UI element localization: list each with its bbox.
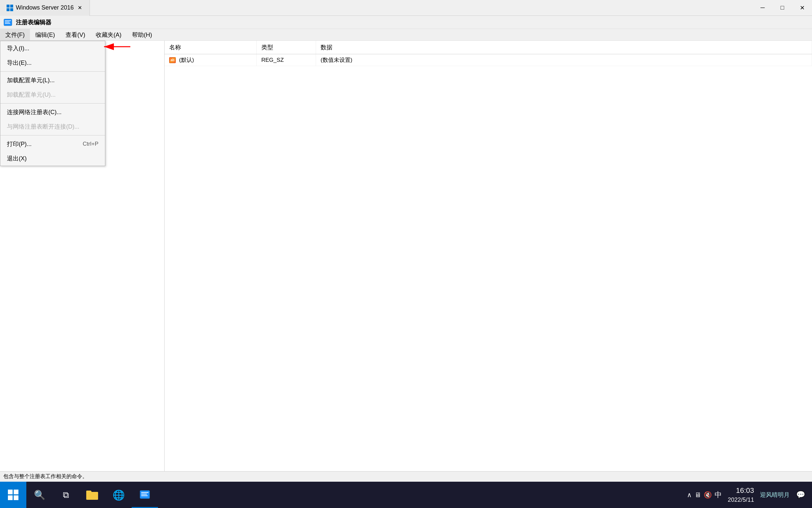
- menu-exit[interactable]: 退出(X): [0, 151, 105, 166]
- taskbar-clock[interactable]: 16:03 2022/5/11: [725, 485, 757, 504]
- svg-rect-5: [5, 20, 11, 21]
- clock-time: 16:03: [728, 485, 754, 496]
- menu-edit[interactable]: 编辑(E): [30, 29, 60, 41]
- menu-connect-network[interactable]: 连接网络注册表(C)...: [0, 105, 105, 119]
- svg-rect-2: [7, 8, 9, 11]
- tray-weather[interactable]: 迎风晴明月: [760, 491, 789, 499]
- registry-value-icon: ab: [169, 57, 176, 63]
- cell-data: (数值未设置): [316, 54, 812, 66]
- weather-label: 迎风晴明月: [760, 491, 789, 499]
- menu-separator-2: [0, 103, 105, 103]
- tray-volume[interactable]: 🔇: [704, 491, 712, 499]
- svg-rect-10: [8, 490, 12, 494]
- folder-icon: [86, 490, 98, 500]
- app-title: 注册表编辑器: [16, 18, 51, 26]
- main-content: 名称 类型 数据 ab (默认) REG_SZ (数值未: [0, 41, 812, 471]
- menu-view[interactable]: 查看(V): [60, 29, 90, 41]
- minimize-button[interactable]: ─: [753, 0, 773, 16]
- tray-ime[interactable]: 中: [714, 490, 722, 500]
- menu-unload-hive: 卸载配置单元(U)...: [0, 87, 105, 102]
- app-header: 注册表编辑器: [0, 16, 812, 29]
- svg-rect-12: [8, 496, 12, 500]
- col-header-data: 数据: [316, 41, 812, 54]
- taskbar-notification-button[interactable]: 💬: [792, 482, 809, 508]
- taskbar-task-view-button[interactable]: ⧉: [53, 482, 79, 508]
- file-dropdown-menu: 导入(I)... 导出(E)... 加载配置单元(L)... 卸载配置单元(U)…: [0, 41, 105, 166]
- regedit-icon: [3, 18, 12, 27]
- taskbar-regedit-button[interactable]: [132, 482, 158, 508]
- col-header-name: 名称: [164, 41, 257, 54]
- svg-rect-15: [141, 492, 148, 493]
- tray-overflow[interactable]: ∧: [687, 491, 692, 499]
- registry-values-panel: 名称 类型 数据 ab (默认) REG_SZ (数值未: [164, 41, 812, 471]
- status-text: 包含与整个注册表工作相关的命令。: [3, 473, 87, 480]
- menu-load-hive[interactable]: 加载配置单元(L)...: [0, 73, 105, 87]
- start-button[interactable]: [0, 482, 26, 508]
- title-bar: Windows Server 2016 ✕ ─ □ ✕: [0, 0, 812, 16]
- taskbar-search-button[interactable]: 🔍: [26, 482, 53, 508]
- menu-help[interactable]: 帮助(H): [127, 29, 157, 41]
- menu-export[interactable]: 导出(E)...: [0, 55, 105, 70]
- svg-rect-16: [141, 494, 147, 494]
- table-row[interactable]: ab (默认) REG_SZ (数值未设置): [164, 54, 812, 66]
- close-button[interactable]: ✕: [792, 0, 812, 16]
- tab-close-button[interactable]: ✕: [76, 5, 83, 11]
- menu-file[interactable]: 文件(F): [0, 29, 30, 41]
- taskbar: 🔍 ⧉ 🌐 ∧ 🖥 🔇 中: [0, 482, 812, 508]
- windows-logo-icon: [7, 5, 13, 11]
- taskbar-tray: ∧ 🖥 🔇 中 16:03 2022/5/11 迎风晴明月 💬: [687, 482, 812, 508]
- menu-separator-1: [0, 71, 105, 72]
- svg-rect-0: [7, 5, 9, 8]
- title-bar-controls: ─ □ ✕: [753, 0, 812, 16]
- cell-name: ab (默认): [164, 54, 257, 66]
- svg-rect-17: [141, 495, 148, 496]
- svg-rect-3: [10, 8, 13, 11]
- svg-rect-13: [14, 496, 18, 500]
- table-header: 名称 类型 数据: [164, 41, 812, 54]
- menu-bar: 文件(F) 编辑(E) 查看(V) 收藏夹(A) 帮助(H) 导入(I)... …: [0, 29, 812, 41]
- maximize-button[interactable]: □: [773, 0, 792, 16]
- svg-rect-6: [5, 22, 9, 23]
- title-bar-tab[interactable]: Windows Server 2016 ✕: [0, 0, 90, 16]
- taskbar-ie-button[interactable]: 🌐: [105, 482, 132, 508]
- cell-type: REG_SZ: [257, 54, 316, 66]
- main-window: Windows Server 2016 ✕ ─ □ ✕ 注册表编辑器 文件(F)…: [0, 0, 812, 482]
- svg-rect-11: [14, 490, 18, 494]
- col-header-type: 类型: [257, 41, 316, 54]
- svg-rect-7: [5, 23, 10, 24]
- taskbar-file-explorer-button[interactable]: [79, 482, 105, 508]
- menu-import[interactable]: 导入(I)...: [0, 41, 105, 55]
- tab-title: Windows Server 2016: [16, 4, 74, 11]
- status-bar: 包含与整个注册表工作相关的命令。: [0, 471, 812, 482]
- menu-disconnect-network: 与网络注册表断开连接(D)...: [0, 119, 105, 134]
- svg-rect-1: [10, 5, 13, 8]
- ime-label: 中: [714, 490, 722, 500]
- tray-network[interactable]: 🖥: [695, 491, 701, 499]
- menu-favorites[interactable]: 收藏夹(A): [90, 29, 127, 41]
- menu-print[interactable]: 打印(P)... Ctrl+P: [0, 137, 105, 151]
- menu-separator-3: [0, 135, 105, 135]
- clock-date: 2022/5/11: [728, 496, 754, 504]
